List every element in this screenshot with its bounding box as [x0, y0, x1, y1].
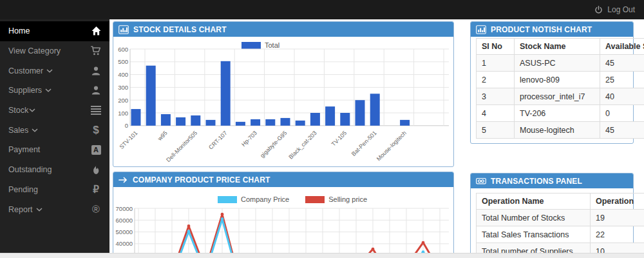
bar [296, 121, 305, 126]
bar [325, 106, 335, 126]
svg-text:60000: 60000 [116, 217, 133, 224]
sidebar-item-outstanding[interactable]: Outstanding [0, 160, 109, 180]
sidebar-item-label: Payment [8, 145, 40, 154]
svg-text:w95: w95 [156, 130, 168, 142]
payment-icon: A [90, 144, 102, 155]
svg-text:CRT-107: CRT-107 [207, 130, 228, 150]
cell: 40 [600, 88, 644, 105]
sidebar-item-suppliers[interactable]: Suppliers [0, 81, 109, 101]
ruble-icon: ₽ [90, 184, 102, 195]
svg-text:200: 200 [118, 97, 128, 104]
svg-text:100: 100 [118, 110, 128, 117]
cell: Mouse-logitech [515, 122, 600, 139]
sidebar-item-label: Customer [8, 66, 43, 75]
cell: Total Number of Stocks [477, 210, 591, 226]
stock-details-header: STOCK DETAILS CHART [113, 22, 453, 37]
svg-text:40000: 40000 [116, 240, 133, 247]
arrow-right-icon [118, 175, 128, 184]
sidebar-item-label: Pending [8, 185, 38, 194]
sidebar-item-customer[interactable]: Customer [0, 61, 109, 81]
sidebar-item-label: Report [8, 205, 33, 214]
sidebar-item-label: View Category [8, 46, 61, 55]
sidebar: HomeView CategoryCustomerSuppliersStockS… [0, 19, 109, 258]
sidebar-item-label: Home [8, 26, 30, 35]
svg-text:50000: 50000 [116, 228, 133, 235]
sidebar-item-sales[interactable]: Sales$ [0, 120, 109, 140]
registered-icon: ® [90, 204, 102, 215]
line-chart-legend: Company Price Selling price [218, 195, 383, 203]
list-icon [90, 104, 102, 116]
bar [370, 94, 380, 126]
sidebar-item-pending[interactable]: Pending₽ [0, 180, 109, 200]
data-point [221, 217, 224, 221]
stock-row: 2lenovo-80925 [477, 72, 644, 88]
chevron-down-icon [46, 69, 53, 73]
bar [191, 115, 200, 126]
sidebar-item-view-category[interactable]: View Category [0, 41, 109, 61]
transaction-row: Total Number of Stocks19 [477, 210, 644, 226]
table-header-row: SI NoStock NameAvailable Stock [477, 39, 644, 55]
transactions-header: TRANSACTIONS PANEL [471, 174, 633, 188]
column-header: SI No [477, 39, 515, 55]
column-header: Available Stock [600, 39, 644, 55]
data-point [187, 230, 191, 233]
svg-text:gigabyte-G95: gigabyte-G95 [259, 130, 288, 159]
sidebar-item-label: Outstanding [8, 165, 52, 174]
bar [146, 66, 156, 126]
transaction-row: Tatal Sales Transactions22 [477, 226, 644, 243]
chevron-down-icon [32, 128, 38, 132]
sidebar-item-payment[interactable]: PaymentA [0, 140, 109, 160]
sidebar-item-stock[interactable]: Stock [0, 101, 109, 121]
column-header: Operation [591, 194, 644, 210]
cell: 45 [600, 55, 644, 72]
svg-text:70000: 70000 [116, 206, 133, 212]
svg-text:Bat-Pen-501: Bat-Pen-501 [350, 130, 378, 157]
bar [310, 113, 320, 126]
user-icon [90, 84, 102, 96]
logout-label: Log Out [607, 5, 635, 14]
data-point [187, 224, 191, 228]
stock-row: 4TV-2060 [477, 105, 644, 122]
price-line-chart: 700006000050000400003000020000100000 [113, 206, 453, 258]
bar [400, 120, 410, 126]
home-icon [90, 25, 102, 37]
bar [161, 114, 171, 126]
svg-text:Mouse-logitech: Mouse-logitech [375, 130, 408, 162]
stock-bar-chart: 0100200300400500600STV-101w95Dell-Monito… [113, 46, 453, 166]
bar [251, 119, 260, 126]
svg-text:STV-101: STV-101 [118, 130, 139, 150]
svg-text:400: 400 [118, 71, 128, 78]
bar [221, 61, 231, 126]
stock-row: 5Mouse-logitech45 [477, 122, 644, 139]
svg-text:600: 600 [118, 46, 128, 53]
horizontal-scrollbar[interactable] [0, 253, 644, 258]
legend-label-selling-price: Selling price [328, 195, 367, 203]
cell: TV-206 [515, 105, 600, 122]
user-icon [90, 65, 102, 77]
bar-chart-icon [476, 25, 486, 34]
transactions-panel: TRANSACTIONS PANEL Operation NameOperati… [470, 173, 634, 258]
transactions-title: TRANSACTIONS PANEL [491, 177, 582, 186]
legend-swatch-company-price [218, 196, 237, 203]
stock-details-panel: STOCK DETAILS CHART Total 01002003004005… [113, 21, 454, 167]
sidebar-item-label: Stock [8, 106, 28, 115]
data-point [221, 213, 224, 216]
cell: 0 [600, 105, 644, 122]
bar [265, 119, 275, 126]
cart-icon [90, 45, 102, 57]
stock-row: 1ASUS-PC45 [477, 55, 644, 72]
bar [340, 113, 350, 126]
sidebar-item-home[interactable]: Home [0, 21, 109, 41]
bar [355, 100, 365, 126]
stock-details-title: STOCK DETAILS CHART [133, 25, 227, 34]
cell: ASUS-PC [515, 55, 600, 72]
logout-button[interactable]: Log Out [594, 0, 635, 19]
topbar: Log Out [0, 0, 644, 19]
chevron-down-icon [45, 88, 52, 92]
column-header: Stock Name [515, 39, 600, 55]
sidebar-item-label: Sales [8, 126, 28, 135]
bar-chart-icon [118, 25, 129, 34]
sidebar-item-report[interactable]: Report® [0, 199, 109, 219]
fire-icon [90, 164, 102, 175]
transactions-table: Operation NameOperationTotal Number of S… [476, 193, 644, 258]
